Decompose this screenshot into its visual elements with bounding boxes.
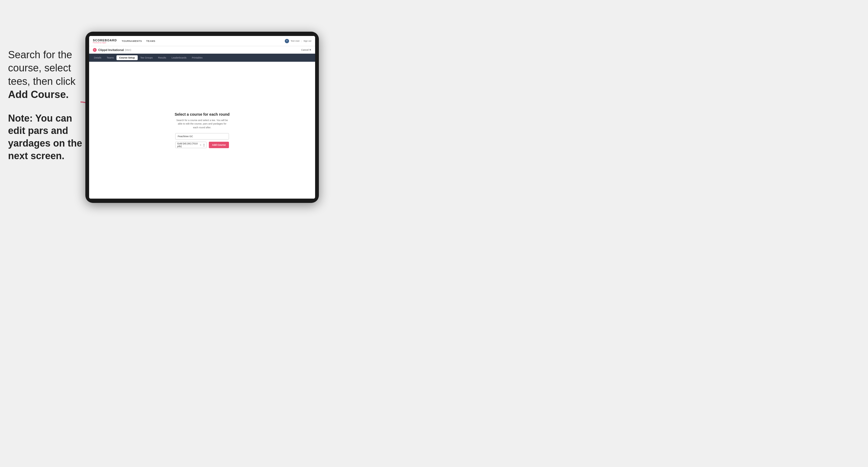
tournament-icon: C — [93, 48, 97, 52]
tab-results[interactable]: Results — [155, 55, 169, 60]
tee-select-dropdown[interactable]: Gold (M) (M) (7010 yds) ✕ ▲ ▼ — [175, 142, 207, 148]
logo-sub: Powered by clippd — [93, 42, 117, 43]
main-content: Select a course for each round Search fo… — [89, 62, 315, 198]
user-avatar: T — [285, 39, 289, 43]
annotation-area: Search for thecourse, selecttees, then c… — [8, 48, 86, 162]
sign-out-link[interactable]: Sign out — [304, 40, 311, 42]
user-name: Test User — [291, 40, 300, 42]
tab-teams[interactable]: Teams — [104, 55, 117, 60]
tee-select-row: Gold (M) (M) (7010 yds) ✕ ▲ ▼ Add Course — [175, 142, 229, 148]
course-search-input[interactable] — [175, 133, 229, 139]
tournament-subtitle: (Men) — [125, 49, 131, 51]
tee-clear-icon[interactable]: ✕ — [200, 144, 202, 146]
logo-text: SCOREBOARD — [93, 39, 117, 42]
tee-select-value: Gold (M) (M) (7010 yds) — [177, 142, 200, 148]
tee-select-arrows: ▲ ▼ — [203, 143, 205, 147]
tab-bar: Details Teams Course Setup Tee Groups Re… — [89, 54, 315, 62]
tablet-device: SCOREBOARD Powered by clippd TOURNAMENTS… — [85, 32, 319, 203]
header-right: T Test User | Sign out — [285, 39, 311, 43]
annotation-bold: Add Course. — [8, 89, 69, 100]
cancel-button[interactable]: Cancel✕ — [301, 49, 311, 51]
tab-leaderboards[interactable]: Leaderboards — [169, 55, 189, 60]
app-header: SCOREBOARD Powered by clippd TOURNAMENTS… — [89, 36, 315, 46]
annotation-main: Search for thecourse, selecttees, then c… — [8, 48, 86, 101]
add-course-button[interactable]: Add Course — [209, 142, 229, 148]
pipe: | — [302, 40, 302, 42]
tee-arrow-up: ▲ — [203, 143, 205, 145]
annotation-note-text: Note: You canedit pars andyardages on th… — [8, 113, 82, 161]
nav-teams[interactable]: TEAMS — [146, 39, 155, 43]
tournament-title: Clippd Invitational — [98, 48, 124, 52]
tab-tee-groups[interactable]: Tee Groups — [138, 55, 156, 60]
tee-arrow-down: ▼ — [203, 145, 205, 147]
course-heading: Select a course for each round — [175, 112, 230, 117]
tablet-screen: SCOREBOARD Powered by clippd TOURNAMENTS… — [89, 36, 315, 198]
tab-printables[interactable]: Printables — [189, 55, 205, 60]
annotation-note: Note: You canedit pars andyardages on th… — [8, 112, 86, 162]
tournament-header: C Clippd Invitational (Men) Cancel✕ — [89, 46, 315, 54]
tab-details[interactable]: Details — [91, 55, 104, 60]
logo-area: SCOREBOARD Powered by clippd — [93, 39, 117, 43]
tab-course-setup[interactable]: Course Setup — [117, 55, 138, 60]
course-description: Search for a course and select a tee. Yo… — [175, 119, 229, 130]
nav-tournaments[interactable]: TOURNAMENTS — [122, 39, 142, 43]
nav-links: TOURNAMENTS TEAMS — [122, 39, 284, 43]
